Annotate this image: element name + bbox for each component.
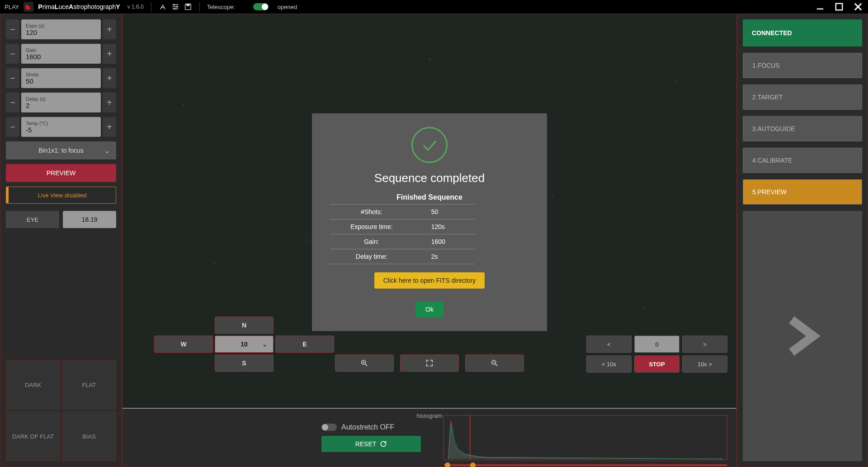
- rotate-right-button[interactable]: >: [682, 336, 727, 353]
- shots-field[interactable]: Shots 50: [21, 68, 101, 88]
- temp-row: − Temp (°C) -5 +: [6, 117, 116, 137]
- rotate-left-button[interactable]: <: [586, 336, 632, 353]
- slider-knob-low[interactable]: [445, 462, 450, 467]
- app-logo-icon: [24, 2, 33, 12]
- delay-minus[interactable]: −: [6, 93, 19, 112]
- autostretch-toggle[interactable]: [321, 424, 337, 431]
- table-row: Exposure time:120s: [330, 219, 475, 234]
- minimize-button[interactable]: [815, 1, 826, 12]
- table-row: #Shots:50: [330, 205, 475, 219]
- sequence-complete-modal: Sequence completed Finished Sequence #Sh…: [312, 113, 547, 331]
- rotate-left-10x-button[interactable]: < 10x: [586, 355, 632, 373]
- bin-value: Bin1x1: to focus: [38, 147, 84, 154]
- eye-button[interactable]: EYE: [6, 211, 59, 228]
- liveview-status: Live View disabled: [6, 187, 116, 204]
- save-icon[interactable]: [184, 3, 192, 11]
- autostretch-label: Autostretch OFF: [341, 423, 394, 431]
- version-label: v 1.6.0: [127, 4, 144, 10]
- zoom-out-button[interactable]: [465, 355, 524, 372]
- delay-plus[interactable]: +: [103, 93, 116, 112]
- step-preview[interactable]: 5.PREVIEW: [743, 179, 862, 205]
- zoom-in-button[interactable]: [335, 355, 394, 372]
- temp-field[interactable]: Temp (°C) -5: [21, 117, 101, 137]
- slew-speed-select[interactable]: 10: [215, 336, 274, 353]
- dark-button[interactable]: DARK: [6, 360, 60, 410]
- sliders-icon[interactable]: [171, 3, 179, 11]
- step-autoguide[interactable]: 3.AUTOGUIDE: [743, 116, 862, 141]
- reset-button[interactable]: RESET: [321, 436, 421, 452]
- slider-knob-high[interactable]: [470, 462, 476, 467]
- fit-button[interactable]: [400, 355, 459, 372]
- temp-label: Temp (°C): [26, 121, 96, 126]
- frame-type-grid: DARK FLAT DARK OF FLAT BIAS: [6, 360, 116, 461]
- dark-of-flat-button[interactable]: DARK OF FLAT: [6, 411, 60, 461]
- expo-minus[interactable]: −: [6, 19, 19, 39]
- expo-field[interactable]: Expo (s) 120: [21, 19, 101, 39]
- shots-minus[interactable]: −: [6, 68, 19, 88]
- close-button[interactable]: [853, 1, 863, 12]
- shots-label: Shots: [26, 72, 96, 77]
- delay-label: Delay (s): [26, 96, 96, 102]
- telescope-state: opened: [278, 4, 297, 10]
- histogram-slider[interactable]: [444, 464, 727, 466]
- step-calibrate[interactable]: 4.CALIBRATE: [743, 148, 862, 173]
- modal-title: Sequence completed: [374, 171, 485, 185]
- bias-button[interactable]: BIAS: [62, 411, 116, 461]
- telescope-label: Telescope:: [207, 4, 235, 10]
- step-focus[interactable]: 1.FOCUS: [743, 53, 862, 78]
- temp-minus[interactable]: −: [6, 117, 19, 137]
- delay-field[interactable]: Delay (s) 2: [21, 93, 101, 112]
- expo-value: 120: [26, 28, 96, 36]
- chevron-right-icon: [775, 309, 830, 363]
- gain-minus[interactable]: −: [6, 44, 19, 64]
- east-button[interactable]: E: [275, 336, 334, 353]
- telescope-icon[interactable]: [159, 3, 167, 11]
- success-check-icon: [411, 127, 448, 163]
- north-button[interactable]: N: [215, 317, 274, 334]
- gain-value: 1600: [26, 53, 96, 61]
- rotate-value[interactable]: 0: [634, 336, 679, 353]
- histogram-plot[interactable]: [443, 415, 727, 460]
- delay-row: − Delay (s) 2 +: [6, 93, 116, 112]
- shots-value: 50: [26, 77, 96, 85]
- open-fits-button[interactable]: Click here to open FITS directory: [374, 272, 485, 289]
- rotate-right-10x-button[interactable]: 10x >: [682, 355, 727, 373]
- temp-plus[interactable]: +: [103, 117, 116, 137]
- left-panel: − Expo (s) 120 + − Gain 1600 + − Shots 5…: [0, 14, 122, 467]
- modal-subtitle: Finished Sequence: [330, 193, 529, 201]
- bin-select[interactable]: Bin1x1: to focus: [6, 141, 116, 159]
- table-row: Gain:1600: [330, 234, 475, 249]
- eye-row: EYE 18.19: [6, 211, 116, 228]
- svg-rect-5: [836, 4, 842, 10]
- gain-field[interactable]: Gain 1600: [21, 44, 101, 64]
- zoom-row: [335, 355, 524, 372]
- step-target[interactable]: 2.TARGET: [743, 84, 862, 110]
- gain-label: Gain: [26, 47, 96, 53]
- telescope-toggle[interactable]: [253, 3, 269, 10]
- sequence-summary-table: #Shots:50 Exposure time:120s Gain:1600 D…: [330, 204, 475, 264]
- go-button[interactable]: [743, 211, 862, 461]
- connection-status: CONNECTED: [743, 19, 862, 47]
- maximize-button[interactable]: [834, 1, 844, 12]
- ok-button[interactable]: Ok: [415, 301, 443, 318]
- shots-plus[interactable]: +: [103, 68, 116, 88]
- south-button[interactable]: S: [215, 355, 274, 372]
- preview-button[interactable]: PREVIEW: [6, 164, 116, 182]
- svg-point-2: [174, 8, 175, 10]
- histogram-title: histogram: [416, 412, 442, 419]
- svg-rect-4: [186, 4, 189, 6]
- flat-button[interactable]: FLAT: [62, 360, 116, 410]
- svg-point-0: [173, 4, 175, 6]
- expo-row: − Expo (s) 120 +: [6, 19, 116, 39]
- table-row: Delay time:2s: [330, 249, 475, 264]
- title-bar: PLAY PrimaLuceAstrophotographY v 1.6.0 T…: [0, 0, 868, 14]
- west-button[interactable]: W: [154, 336, 213, 353]
- expo-plus[interactable]: +: [103, 19, 116, 39]
- gain-plus[interactable]: +: [103, 44, 116, 64]
- histogram-panel: histogram Autostretch OFF RESET: [123, 408, 736, 467]
- app-name: PrimaLuceAstrophotographY: [38, 3, 120, 10]
- stop-button[interactable]: STOP: [634, 355, 679, 373]
- eye-value: 18.19: [63, 211, 116, 228]
- right-panel: CONNECTED 1.FOCUS 2.TARGET 3.AUTOGUIDE 4…: [737, 14, 868, 467]
- image-viewport: N W 10 E S < 0 > < 10x S: [122, 14, 737, 467]
